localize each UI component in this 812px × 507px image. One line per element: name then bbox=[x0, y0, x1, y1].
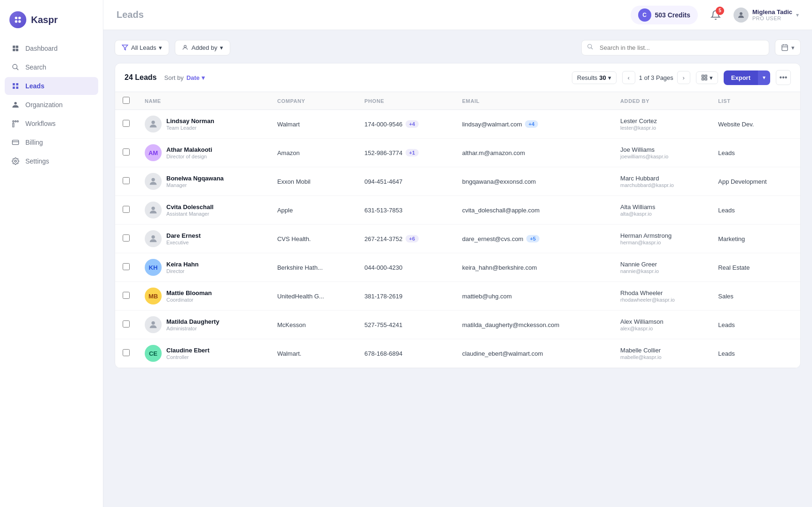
logo[interactable]: Kaspr bbox=[0, 8, 103, 39]
select-all-checkbox[interactable] bbox=[123, 97, 130, 104]
person-title: Controller bbox=[166, 354, 210, 360]
name-cell: Lindsay Norman Team Leader bbox=[137, 110, 270, 139]
svg-rect-11 bbox=[13, 121, 14, 122]
results-chevron-icon: ▾ bbox=[608, 74, 611, 81]
sidebar-item-dashboard[interactable]: Dashboard bbox=[5, 39, 98, 57]
calendar-button[interactable]: ▾ bbox=[775, 39, 801, 55]
row-checkbox-cell bbox=[115, 196, 137, 225]
notifications-button[interactable]: 5 bbox=[707, 7, 724, 23]
phone-cell: 631-513-7853 bbox=[357, 196, 455, 225]
company-cell: Apple bbox=[270, 196, 357, 225]
added-by-name: Alex Williamson bbox=[620, 318, 703, 325]
sidebar-item-workflows[interactable]: Workflows bbox=[5, 115, 98, 133]
row-checkbox[interactable] bbox=[123, 148, 130, 156]
svg-rect-5 bbox=[16, 46, 18, 48]
company-name: Berkshire Hath... bbox=[277, 264, 323, 271]
phone-badge: +4 bbox=[406, 120, 419, 128]
phone-cell: 174-000-9546 +4 bbox=[357, 110, 455, 139]
svg-point-8 bbox=[13, 64, 17, 69]
toolbar: All Leads ▾ Added by ▾ ▾ bbox=[115, 39, 801, 55]
row-checkbox-cell bbox=[115, 110, 137, 139]
row-checkbox-cell bbox=[115, 311, 137, 339]
avatar bbox=[145, 116, 162, 133]
phone-number: 678-168-6894 bbox=[365, 350, 403, 357]
row-checkbox[interactable] bbox=[123, 234, 130, 242]
list-name: Website Dev. bbox=[718, 121, 754, 128]
sidebar-item-search[interactable]: Search bbox=[5, 58, 98, 76]
person-name: Cvita Doleschall bbox=[166, 203, 213, 211]
sidebar-item-billing[interactable]: Billing bbox=[5, 133, 98, 151]
user-menu[interactable]: Miglena Tadic PRO USER ▾ bbox=[734, 8, 799, 23]
added-by-cell: Mabelle Collier mabelle@kaspr.io bbox=[613, 339, 710, 368]
table-row: KH Keira Hahn Director Berkshire Hath...… bbox=[115, 253, 800, 282]
avatar: CE bbox=[145, 345, 162, 362]
added-by-email: joewilliams@kaspr.io bbox=[620, 154, 703, 159]
view-toggle-button[interactable]: ▾ bbox=[696, 71, 718, 84]
email-address: claudine_ebert@walmart.com bbox=[462, 350, 543, 357]
table-row: Bonelwa Ngqawana Manager Exxon Mobil 094… bbox=[115, 167, 800, 196]
phone-cell: 527-755-4241 bbox=[357, 311, 455, 339]
list-name: Marketing bbox=[718, 235, 745, 242]
company-name: Walmart. bbox=[277, 350, 302, 357]
svg-point-2 bbox=[15, 20, 17, 23]
all-leads-filter[interactable]: All Leads ▾ bbox=[115, 40, 169, 55]
email-cell: cvita_doleschall@apple.com bbox=[454, 196, 613, 225]
sidebar-item-settings[interactable]: Settings bbox=[5, 152, 98, 170]
list-cell: Leads bbox=[710, 196, 800, 225]
email-cell: matilda_daugherty@mckesson.com bbox=[454, 311, 613, 339]
sidebar-nav: Dashboard Search Leads Organization Work… bbox=[0, 39, 103, 170]
col-phone: PHONE bbox=[357, 92, 455, 110]
export-button[interactable]: Export bbox=[724, 70, 758, 85]
search-input[interactable] bbox=[581, 40, 769, 55]
sidebar-item-leads[interactable]: Leads bbox=[5, 77, 98, 95]
svg-rect-30 bbox=[705, 78, 707, 80]
sidebar-item-label: Dashboard bbox=[25, 45, 58, 52]
row-checkbox[interactable] bbox=[123, 263, 130, 270]
person-name: Bonelwa Ngqawana bbox=[166, 175, 224, 182]
col-name: NAME bbox=[137, 92, 270, 110]
view-chevron-icon: ▾ bbox=[710, 74, 713, 81]
more-options-button[interactable]: ••• bbox=[776, 70, 791, 85]
name-cell: Bonelwa Ngqawana Manager bbox=[137, 167, 270, 196]
export-dropdown-button[interactable]: ▾ bbox=[758, 70, 770, 85]
svg-marker-19 bbox=[122, 45, 128, 50]
added-by-email: mabelle@kaspr.io bbox=[620, 354, 703, 360]
row-checkbox[interactable] bbox=[123, 120, 130, 127]
phone-cell: 152-986-3774 +1 bbox=[357, 139, 455, 167]
credits-badge[interactable]: C 503 Credits bbox=[631, 6, 698, 24]
page-title: Leads bbox=[117, 9, 144, 20]
col-list: LIST bbox=[710, 92, 800, 110]
content-area: All Leads ▾ Added by ▾ ▾ bbox=[103, 30, 812, 507]
notifications-count: 5 bbox=[716, 7, 724, 15]
next-page-button[interactable]: › bbox=[677, 71, 690, 84]
sort-field[interactable]: Date ▾ bbox=[187, 74, 205, 81]
user-info: Miglena Tadic PRO USER bbox=[752, 8, 792, 21]
list-name: Sales bbox=[718, 293, 734, 300]
results-selector[interactable]: Results 30 ▾ bbox=[572, 71, 617, 84]
sidebar-item-organization[interactable]: Organization bbox=[5, 96, 98, 114]
table-row: Lindsay Norman Team Leader Walmart 174-0… bbox=[115, 110, 800, 139]
email-badge: +4 bbox=[525, 120, 539, 128]
row-checkbox[interactable] bbox=[123, 349, 130, 356]
prev-page-button[interactable]: ‹ bbox=[622, 71, 635, 84]
company-name: Apple bbox=[277, 207, 293, 214]
phone-number: 152-986-3774 bbox=[365, 149, 403, 156]
svg-point-31 bbox=[151, 121, 155, 124]
avatar: MB bbox=[145, 288, 162, 304]
added-by-email: rhodawheeler@kaspr.io bbox=[620, 297, 703, 303]
avatar: AM bbox=[145, 144, 162, 161]
row-checkbox[interactable] bbox=[123, 320, 130, 328]
added-by-filter[interactable]: Added by ▾ bbox=[175, 40, 230, 55]
col-added-by: ADDED BY bbox=[613, 92, 710, 110]
search-box bbox=[581, 40, 769, 55]
svg-point-17 bbox=[15, 160, 16, 162]
leads-table-container: 24 Leads Sort by Date ▾ Results 30 ▾ bbox=[115, 63, 801, 368]
row-checkbox[interactable] bbox=[123, 206, 130, 213]
logo-icon bbox=[9, 11, 26, 28]
email-address: mattieb@uhg.com bbox=[462, 293, 512, 300]
sidebar: Kaspr Dashboard Search Leads Organizatio… bbox=[0, 0, 103, 507]
name-cell: CE Claudine Ebert Controller bbox=[137, 339, 270, 368]
row-checkbox[interactable] bbox=[123, 292, 130, 299]
list-name: Leads bbox=[718, 207, 734, 214]
row-checkbox[interactable] bbox=[123, 177, 130, 184]
